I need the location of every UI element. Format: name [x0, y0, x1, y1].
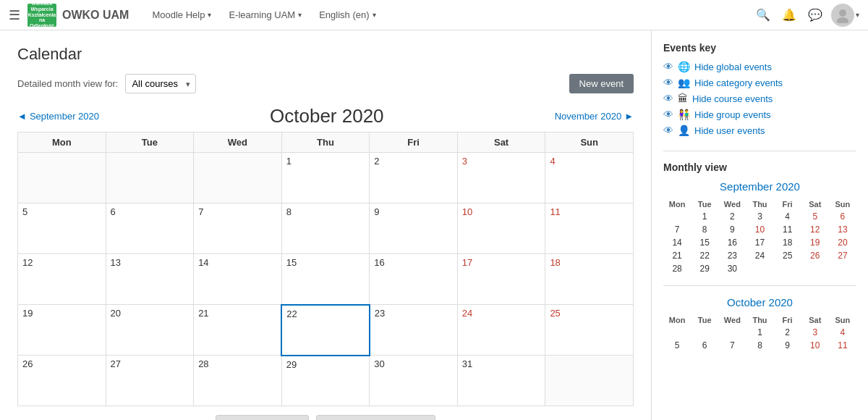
- mini-cal-cell[interactable]: 4: [829, 326, 856, 339]
- mini-cal-cell[interactable]: 14: [663, 236, 691, 249]
- calendar-cell[interactable]: 26: [18, 356, 106, 406]
- mini-cal-cell[interactable]: 11: [829, 339, 856, 352]
- calendar-cell[interactable]: 19: [18, 305, 106, 356]
- calendar-cell[interactable]: 2: [370, 153, 458, 203]
- next-month-link[interactable]: November 2020 ►: [555, 111, 634, 122]
- nav-language[interactable]: English (en) ▾: [310, 0, 384, 30]
- mini-cal-cell[interactable]: 2: [718, 210, 746, 223]
- hamburger-menu[interactable]: ☰: [9, 7, 20, 23]
- calendar-cell[interactable]: 8: [281, 203, 370, 254]
- mini-cal-cell[interactable]: 16: [718, 236, 746, 249]
- mini-cal-cell[interactable]: 7: [663, 223, 691, 236]
- mini-cal-cell[interactable]: 21: [663, 249, 691, 262]
- bell-icon[interactable]: 🔔: [782, 8, 796, 22]
- mini-cal-cell[interactable]: 10: [801, 339, 829, 352]
- calendar-cell[interactable]: 15: [281, 254, 370, 305]
- eye-icon[interactable]: 👁: [663, 109, 673, 120]
- mini-cal-cell[interactable]: 2: [774, 326, 801, 339]
- mini-cal-cell[interactable]: 8: [691, 223, 718, 236]
- calendar-cell[interactable]: 28: [194, 356, 282, 406]
- mini-cal-cell[interactable]: 27: [829, 249, 856, 262]
- event-key-link[interactable]: Hide group events: [694, 109, 771, 120]
- event-key-link[interactable]: Hide category events: [694, 77, 783, 88]
- chat-icon[interactable]: 💬: [808, 8, 822, 22]
- calendar-cell[interactable]: 14: [194, 254, 282, 305]
- calendar-cell[interactable]: 22: [281, 305, 370, 356]
- search-icon[interactable]: 🔍: [756, 8, 770, 22]
- calendar-cell[interactable]: [106, 153, 194, 203]
- mini-cal-cell[interactable]: 30: [718, 262, 746, 275]
- mini-cal-cell[interactable]: 13: [829, 223, 856, 236]
- mini-cal-cell[interactable]: 22: [691, 249, 718, 262]
- mini-cal-cell[interactable]: 26: [801, 249, 829, 262]
- mini-cal-cell[interactable]: 10: [746, 223, 773, 236]
- mini-month-title-0[interactable]: September 2020: [663, 180, 856, 193]
- mini-cal-cell[interactable]: 6: [691, 339, 718, 352]
- mini-cal-cell[interactable]: 18: [774, 236, 801, 249]
- calendar-cell[interactable]: [18, 153, 106, 203]
- calendar-cell[interactable]: 1: [281, 153, 370, 203]
- calendar-cell[interactable]: 31: [457, 356, 545, 406]
- course-select[interactable]: All courses: [125, 74, 196, 93]
- calendar-cell[interactable]: 17: [457, 254, 545, 305]
- eye-icon[interactable]: 👁: [663, 93, 673, 104]
- manage-subscriptions-button[interactable]: Manage subscriptions: [316, 415, 435, 420]
- prev-month-link[interactable]: ◄ September 2020: [17, 111, 99, 122]
- calendar-cell[interactable]: 30: [370, 356, 458, 406]
- mini-cal-cell[interactable]: 3: [746, 210, 773, 223]
- calendar-cell[interactable]: [545, 356, 634, 406]
- calendar-cell[interactable]: [194, 153, 282, 203]
- event-key-link[interactable]: Hide global events: [694, 62, 772, 72]
- event-key-link[interactable]: Hide course events: [692, 93, 773, 104]
- mini-cal-cell[interactable]: 1: [691, 210, 718, 223]
- mini-cal-cell[interactable]: 9: [718, 223, 746, 236]
- nav-moodle-help[interactable]: Moodle Help ▾: [143, 0, 220, 30]
- eye-icon[interactable]: 👁: [663, 77, 673, 88]
- mini-cal-cell[interactable]: 23: [718, 249, 746, 262]
- mini-cal-cell[interactable]: 7: [718, 339, 746, 352]
- calendar-cell[interactable]: 10: [457, 203, 545, 254]
- mini-cal-cell[interactable]: 15: [691, 236, 718, 249]
- calendar-cell[interactable]: 13: [106, 254, 194, 305]
- calendar-cell[interactable]: 9: [370, 203, 458, 254]
- calendar-cell[interactable]: 27: [106, 356, 194, 406]
- calendar-cell[interactable]: 16: [370, 254, 458, 305]
- calendar-cell[interactable]: 24: [457, 305, 545, 356]
- calendar-cell[interactable]: 23: [370, 305, 458, 356]
- calendar-cell[interactable]: 18: [545, 254, 634, 305]
- mini-cal-cell[interactable]: 24: [746, 249, 773, 262]
- mini-month-title-1[interactable]: October 2020: [663, 296, 856, 308]
- mini-cal-cell[interactable]: 25: [774, 249, 801, 262]
- mini-cal-cell[interactable]: 3: [801, 326, 829, 339]
- mini-cal-cell[interactable]: 1: [746, 326, 773, 339]
- calendar-cell[interactable]: 6: [106, 203, 194, 254]
- export-calendar-button[interactable]: Export calendar: [216, 415, 309, 420]
- calendar-cell[interactable]: 11: [545, 203, 634, 254]
- mini-cal-cell[interactable]: 6: [829, 210, 856, 223]
- calendar-cell[interactable]: 7: [194, 203, 282, 254]
- mini-cal-cell[interactable]: 8: [746, 339, 773, 352]
- calendar-cell[interactable]: 29: [281, 356, 370, 406]
- calendar-cell[interactable]: 3: [457, 153, 545, 203]
- eye-icon[interactable]: 👁: [663, 61, 673, 72]
- calendar-cell[interactable]: 21: [194, 305, 282, 356]
- mini-cal-cell[interactable]: 11: [774, 223, 801, 236]
- mini-cal-cell[interactable]: 4: [774, 210, 801, 223]
- mini-cal-cell[interactable]: 5: [801, 210, 829, 223]
- event-key-link[interactable]: Hide user events: [694, 125, 765, 136]
- calendar-cell[interactable]: 20: [106, 305, 194, 356]
- avatar-dropdown-arrow[interactable]: ▾: [856, 11, 859, 19]
- new-event-button[interactable]: New event: [569, 74, 634, 93]
- avatar[interactable]: [831, 4, 854, 27]
- calendar-cell[interactable]: 25: [545, 305, 634, 356]
- mini-cal-cell[interactable]: 19: [801, 236, 829, 249]
- mini-cal-cell[interactable]: 5: [663, 339, 691, 352]
- mini-cal-cell[interactable]: 29: [691, 262, 718, 275]
- calendar-cell[interactable]: 4: [545, 153, 634, 203]
- mini-cal-cell[interactable]: 20: [829, 236, 856, 249]
- nav-elearning[interactable]: E-learning UAM ▾: [220, 0, 310, 30]
- mini-cal-cell[interactable]: 12: [801, 223, 829, 236]
- calendar-cell[interactable]: 12: [18, 254, 106, 305]
- mini-cal-cell[interactable]: 28: [663, 262, 691, 275]
- eye-icon[interactable]: 👁: [663, 125, 673, 136]
